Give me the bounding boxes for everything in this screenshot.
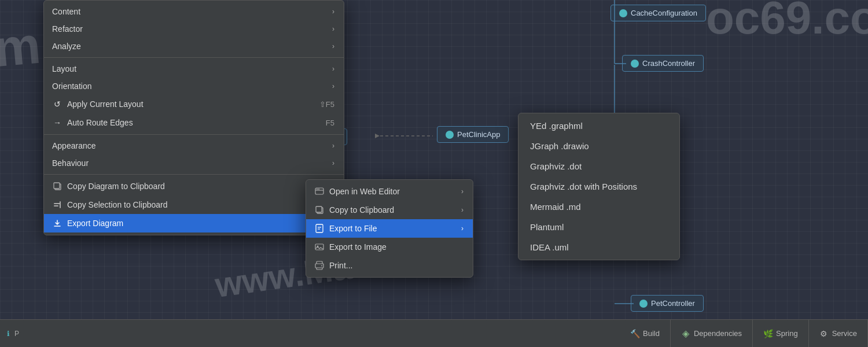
service-icon: ⚙ xyxy=(819,329,829,338)
chevron-icon: › xyxy=(332,65,334,73)
menu-separator xyxy=(44,57,344,58)
print-icon xyxy=(314,260,325,271)
submenu-item-open-web[interactable]: Open in Web Editor › xyxy=(306,182,473,201)
menu-item-behaviour[interactable]: Behaviour › xyxy=(44,154,344,172)
status-left-text: P xyxy=(14,330,19,338)
svg-rect-8 xyxy=(54,183,60,189)
submenu-item-copy-clipboard[interactable]: Copy to Clipboard › xyxy=(306,201,473,219)
menu-item-label: Auto Route Edges xyxy=(67,118,321,127)
menu-item-label: Appearance xyxy=(52,141,323,150)
status-build[interactable]: 🔨 Build xyxy=(620,320,671,347)
chevron-icon: › xyxy=(332,42,334,50)
status-dependencies[interactable]: ◈ Dependencies xyxy=(671,320,753,347)
export-image-icon xyxy=(314,242,325,252)
chevron-icon: › xyxy=(461,224,464,232)
menu-item-auto-route[interactable]: → Auto Route Edges F5 xyxy=(44,113,344,132)
submenu-item-export-image[interactable]: Export to Image xyxy=(306,238,473,256)
auto-route-icon: → xyxy=(52,117,62,128)
open-web-icon xyxy=(314,186,325,197)
menu-item-label: Refactor xyxy=(52,24,323,34)
copy-diagram-icon xyxy=(52,181,62,191)
svg-point-15 xyxy=(318,189,319,190)
menu-item-analyze[interactable]: Analyze › xyxy=(44,38,344,55)
format-plantuml[interactable]: Plantuml xyxy=(518,217,679,237)
status-left: ℹ P xyxy=(0,320,26,347)
svg-marker-1 xyxy=(375,134,380,138)
spring-icon: 🌿 xyxy=(763,329,773,338)
svg-point-14 xyxy=(317,189,318,190)
menu-item-appearance[interactable]: Appearance › xyxy=(44,137,344,154)
node-crash-controller: CrashController xyxy=(622,55,704,72)
format-label: IDEA .uml xyxy=(530,242,668,252)
menu-item-label: Export to File xyxy=(329,224,452,233)
status-service[interactable]: ⚙ Service xyxy=(809,320,868,347)
dependencies-icon: ◈ xyxy=(681,329,690,338)
build-icon: 🔨 xyxy=(630,329,639,338)
chevron-icon: › xyxy=(332,159,334,167)
svg-rect-17 xyxy=(316,206,322,212)
node-icon xyxy=(619,9,627,17)
status-bar: ℹ P 🔨 Build ◈ Dependencies 🌿 Spring ⚙ Se… xyxy=(0,319,868,347)
copy-clipboard-icon xyxy=(314,205,325,215)
submenu-export: Open in Web Editor › Copy to Clipboard ›… xyxy=(306,179,473,278)
node-label: PetClinicApp xyxy=(457,130,500,139)
menu-item-orientation[interactable]: Orientation › xyxy=(44,77,344,95)
menu-item-content[interactable]: Content › xyxy=(44,3,344,20)
submenu-item-print[interactable]: Print... xyxy=(306,256,473,275)
status-spring[interactable]: 🌿 Spring xyxy=(753,320,809,347)
menu-item-apply-layout[interactable]: ↺ Apply Current Layout ⇧F5 xyxy=(44,95,344,113)
submenu-file-formats: YEd .graphml JGraph .drawio Graphviz .do… xyxy=(518,113,680,260)
chevron-icon: › xyxy=(332,142,334,150)
status-service-label: Service xyxy=(832,329,857,338)
main-context-menu: Content › Refactor › Analyze › Layout › … xyxy=(43,0,344,235)
menu-item-label: Orientation xyxy=(52,82,323,91)
export-file-icon xyxy=(314,223,325,234)
svg-rect-18 xyxy=(316,224,323,232)
menu-item-label: Copy Selection to Clipboard xyxy=(67,200,334,209)
info-icon: ℹ xyxy=(7,330,10,338)
menu-item-label: Open in Web Editor xyxy=(329,187,452,196)
shortcut-label: F5 xyxy=(326,119,334,127)
format-label: Graphviz .dot with Positions xyxy=(530,182,668,191)
menu-item-copy-selection[interactable]: Copy Selection to Clipboard xyxy=(44,195,344,214)
menu-item-label: Apply Current Layout xyxy=(67,99,315,109)
menu-item-label: Copy to Clipboard xyxy=(329,205,452,215)
menu-item-copy-diagram[interactable]: Copy Diagram to Clipboard xyxy=(44,177,344,195)
diagram-arrow xyxy=(375,130,439,142)
menu-item-label: Copy Diagram to Clipboard xyxy=(67,182,334,191)
menu-item-refactor[interactable]: Refactor › xyxy=(44,20,344,38)
submenu-item-export-file[interactable]: Export to File › xyxy=(306,219,473,238)
node-label: CacheConfiguration xyxy=(631,9,697,17)
svg-point-26 xyxy=(321,265,322,267)
chevron-icon: › xyxy=(332,25,334,33)
chevron-icon: › xyxy=(461,187,464,195)
node-icon xyxy=(631,60,639,68)
menu-item-label: Behaviour xyxy=(52,158,323,168)
format-graphviz-dot[interactable]: Graphviz .dot xyxy=(518,156,679,176)
chevron-icon: › xyxy=(332,82,334,90)
format-idea-uml[interactable]: IDEA .uml xyxy=(518,237,679,257)
menu-item-label: Analyze xyxy=(52,42,323,51)
format-yed[interactable]: YEd .graphml xyxy=(518,116,679,136)
format-label: Mermaid .md xyxy=(530,202,668,212)
menu-item-label: Export Diagram xyxy=(67,219,323,228)
node-icon xyxy=(446,131,454,139)
export-diagram-icon xyxy=(52,218,62,228)
menu-item-layout[interactable]: Layout › xyxy=(44,60,344,77)
chevron-icon: › xyxy=(332,8,334,16)
format-mermaid[interactable]: Mermaid .md xyxy=(518,197,679,217)
format-label: Graphviz .dot xyxy=(530,161,668,171)
format-jgraph[interactable]: JGraph .drawio xyxy=(518,136,679,156)
menu-separator xyxy=(44,134,344,135)
node-cache-config: CacheConfiguration xyxy=(610,5,706,21)
format-label: JGraph .drawio xyxy=(530,141,668,151)
menu-item-export-diagram[interactable]: Export Diagram › xyxy=(44,214,344,232)
menu-item-label: Content xyxy=(52,7,323,16)
status-build-label: Build xyxy=(643,329,660,338)
status-dependencies-label: Dependencies xyxy=(694,329,742,338)
node-label: CrashController xyxy=(642,59,695,68)
format-graphviz-dot-pos[interactable]: Graphviz .dot with Positions xyxy=(518,176,679,197)
copy-selection-icon xyxy=(52,200,62,210)
node-petclinic-app-right: PetClinicApp xyxy=(437,126,509,143)
chevron-icon: › xyxy=(461,206,464,214)
